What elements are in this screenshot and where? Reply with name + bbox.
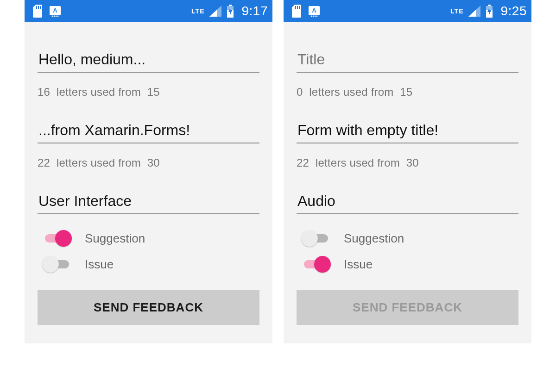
form-content: 0 letters used from 15 22 letters used f…: [284, 22, 531, 343]
svg-rect-13: [297, 6, 298, 9]
issue-switch[interactable]: [43, 256, 71, 273]
body-counter: 22 letters used from 30: [297, 156, 518, 169]
title-input[interactable]: [38, 49, 259, 73]
body-input[interactable]: [38, 120, 259, 143]
svg-text:A: A: [312, 7, 316, 14]
status-bar: A LTE 9:17: [25, 0, 272, 22]
network-type-label: LTE: [450, 7, 463, 15]
sd-card-icon: [32, 5, 43, 18]
svg-rect-21: [488, 5, 491, 6]
battery-icon: [485, 5, 493, 18]
status-bar: A LTE 9:25: [284, 0, 531, 22]
svg-point-8: [57, 16, 59, 17]
send-feedback-button[interactable]: SEND FEEDBACK: [297, 290, 518, 325]
title-input[interactable]: [297, 49, 518, 73]
suggestion-switch-label: Suggestion: [344, 231, 404, 246]
body-counter: 22 letters used from 30: [38, 156, 259, 169]
suggestion-switch[interactable]: [43, 230, 71, 247]
svg-text:A: A: [53, 7, 57, 14]
send-feedback-button[interactable]: SEND FEEDBACK: [38, 290, 259, 325]
battery-icon: [226, 5, 234, 18]
phone-screen-2: A LTE 9:25 0 letters used from 15: [284, 0, 531, 343]
clock-label: 9:17: [242, 4, 268, 19]
svg-rect-9: [229, 5, 232, 6]
svg-point-19: [315, 16, 316, 17]
svg-rect-0: [36, 6, 37, 9]
keyboard-icon: A: [49, 5, 62, 18]
body-input[interactable]: [297, 120, 518, 143]
svg-point-20: [316, 16, 318, 17]
form-content: 16 letters used from 15 22 letters used …: [25, 22, 272, 343]
clock-label: 9:25: [501, 4, 527, 19]
category-picker[interactable]: [297, 191, 518, 214]
svg-point-7: [56, 16, 57, 17]
svg-rect-14: [299, 6, 300, 9]
signal-icon: [209, 6, 221, 17]
title-counter: 16 letters used from 15: [38, 86, 259, 99]
svg-point-17: [311, 16, 312, 17]
phone-screen-1: A LTE 9:17 16 letters used from 15: [25, 0, 272, 343]
title-counter: 0 letters used from 15: [297, 86, 518, 99]
keyboard-icon: A: [308, 5, 321, 18]
issue-switch[interactable]: [302, 256, 330, 273]
issue-switch-label: Issue: [85, 257, 114, 272]
issue-switch-label: Issue: [344, 257, 373, 272]
sd-card-icon: [291, 5, 302, 18]
network-type-label: LTE: [191, 7, 204, 15]
svg-rect-12: [295, 6, 296, 9]
category-picker[interactable]: [38, 191, 259, 214]
signal-icon: [468, 6, 480, 17]
svg-point-18: [313, 16, 314, 17]
svg-rect-2: [40, 6, 41, 9]
svg-point-5: [52, 16, 53, 17]
svg-rect-1: [38, 6, 39, 9]
suggestion-switch[interactable]: [302, 230, 330, 247]
svg-point-6: [54, 16, 55, 17]
suggestion-switch-label: Suggestion: [85, 231, 145, 246]
